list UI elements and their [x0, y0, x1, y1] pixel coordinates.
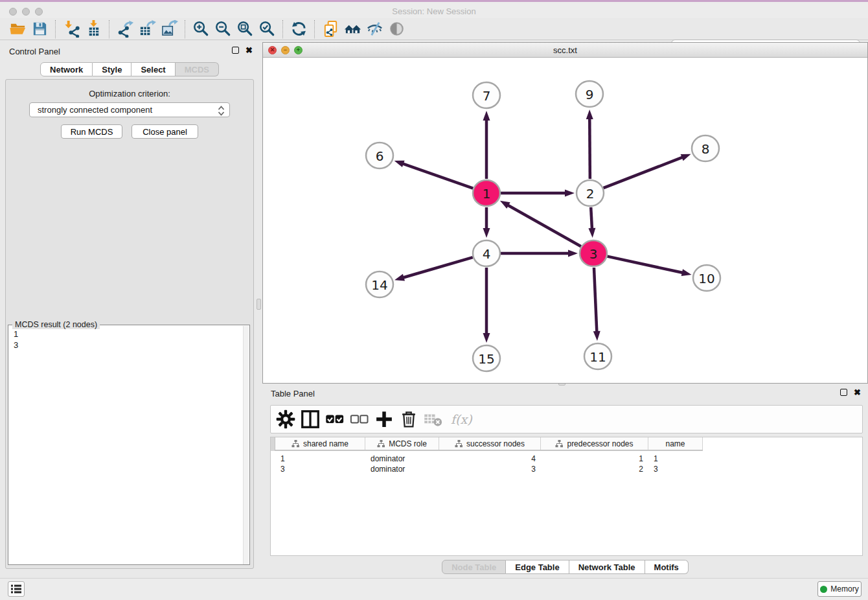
- table-row-gutter: [271, 437, 275, 451]
- tab-node-table[interactable]: Node Table: [442, 560, 506, 574]
- table-cell: 4: [439, 454, 541, 464]
- column-header-successor-nodes[interactable]: successor nodes: [439, 437, 541, 450]
- column-header-predecessor-nodes[interactable]: predecessor nodes: [541, 437, 648, 450]
- zoom-fit-icon[interactable]: [234, 19, 256, 39]
- show-icon[interactable]: [385, 19, 407, 39]
- column-header-label: shared name: [303, 439, 348, 448]
- zoom-selected-icon[interactable]: [256, 19, 278, 39]
- graph-edge-2-8[interactable]: [604, 157, 685, 188]
- main-toolbar: [0, 18, 868, 40]
- graph-edge-arrow: [593, 331, 600, 341]
- column-header-mcds-role[interactable]: MCDS role: [365, 437, 439, 450]
- graph-edge-arrow: [483, 111, 490, 121]
- home-icon[interactable]: [341, 19, 363, 39]
- task-history-button[interactable]: [8, 581, 25, 597]
- control-panel-title: Control Panel: [9, 47, 60, 56]
- column-header-label: predecessor nodes: [567, 439, 633, 448]
- graph-edge-arrow: [586, 110, 593, 119]
- hierarchy-icon: [291, 440, 300, 448]
- network-window-title: scc.txt: [263, 45, 867, 55]
- graph-edge-3-10[interactable]: [607, 257, 684, 273]
- export-network-icon[interactable]: [114, 19, 136, 39]
- network-window-titlebar[interactable]: ✕ − + scc.txt: [263, 43, 867, 58]
- graph-edge-arrow: [568, 250, 578, 257]
- tab-edge-table[interactable]: Edge Table: [506, 560, 569, 574]
- column-header-shared-name[interactable]: shared name: [275, 437, 365, 450]
- graph-node-label: 11: [589, 349, 606, 365]
- graph-edge-2-3[interactable]: [591, 207, 592, 231]
- run-mcds-button[interactable]: Run MCDS: [61, 124, 122, 139]
- vertical-splitter-grip[interactable]: [257, 299, 261, 310]
- export-table-icon[interactable]: [136, 19, 158, 39]
- graph-edge-4-14[interactable]: [402, 257, 473, 278]
- import-network-icon[interactable]: [60, 19, 82, 39]
- gear-icon[interactable]: [276, 410, 295, 429]
- optimization-criterion-label: Optimization criterion:: [0, 89, 259, 98]
- graph-edge-2-9[interactable]: [589, 117, 590, 179]
- table-cell: 1: [541, 454, 648, 464]
- add-icon[interactable]: [374, 410, 394, 429]
- close-table-panel-icon[interactable]: ✖: [854, 389, 861, 396]
- refresh-icon[interactable]: [288, 19, 310, 39]
- network-canvas[interactable]: 7968124314101511: [263, 58, 867, 383]
- graph-node-label: 1: [483, 186, 491, 202]
- hierarchy-icon: [555, 440, 564, 448]
- select-all-icon[interactable]: [325, 410, 345, 429]
- hide-icon[interactable]: [363, 19, 385, 39]
- close-panel-icon[interactable]: ✖: [246, 47, 253, 54]
- mcds-result-box: MCDS result (2 nodes) 1 3: [8, 325, 250, 565]
- tab-network[interactable]: Network: [40, 62, 93, 76]
- graph-node-label: 3: [589, 246, 598, 262]
- memory-button[interactable]: Memory: [817, 581, 862, 597]
- tab-motifs[interactable]: Motifs: [645, 560, 689, 574]
- delete-icon[interactable]: [399, 410, 418, 429]
- main-titlebar[interactable]: Session: New Session: [0, 2, 868, 18]
- graph-node-label: 2: [586, 186, 595, 202]
- columns-icon[interactable]: [301, 410, 320, 429]
- graph-edge-3-11[interactable]: [594, 268, 597, 334]
- tab-style[interactable]: Style: [93, 62, 131, 76]
- tab-network-table[interactable]: Network Table: [569, 560, 645, 574]
- toolbar-separator: [109, 20, 109, 38]
- save-icon[interactable]: [29, 19, 51, 39]
- toolbar-separator: [314, 20, 315, 38]
- graph-node-label: 8: [702, 141, 710, 157]
- float-panel-icon[interactable]: [232, 47, 239, 54]
- table-toolbar: f(x): [270, 405, 863, 433]
- mcds-result-text[interactable]: 1 3: [8, 326, 243, 564]
- table-header-row: shared nameMCDS rolesuccessor nodesprede…: [275, 437, 703, 451]
- table-panel-tabbar: Node TableEdge TableNetwork TableMotifs: [442, 560, 689, 574]
- table-row[interactable]: 3dominator323: [275, 464, 703, 474]
- duplicate-network-icon[interactable]: [319, 19, 341, 39]
- column-header-label: successor nodes: [466, 439, 525, 448]
- toolbar-separator: [185, 20, 185, 38]
- graph-node-label: 7: [483, 88, 491, 104]
- table-cell: 3: [439, 464, 541, 474]
- column-header-name[interactable]: name: [648, 437, 703, 450]
- export-image-icon[interactable]: [158, 19, 180, 39]
- graph-edge-3-1[interactable]: [506, 204, 580, 246]
- graph-node-label: 4: [483, 246, 491, 262]
- zoom-out-icon[interactable]: [212, 19, 234, 39]
- graph-edge-arrow: [681, 269, 692, 276]
- graph-edge-arrow: [483, 333, 490, 343]
- open-folder-icon[interactable]: [6, 19, 29, 39]
- float-table-panel-icon[interactable]: [840, 389, 847, 396]
- table-cell: 1: [275, 454, 365, 464]
- function-icon: f(x): [448, 412, 472, 426]
- tab-mcds[interactable]: MCDS: [176, 62, 219, 76]
- import-table-icon[interactable]: [82, 19, 104, 39]
- zoom-in-icon[interactable]: [190, 19, 212, 39]
- graph-edge-arrow: [394, 274, 405, 281]
- table-cell: 3: [275, 464, 365, 474]
- tab-select[interactable]: Select: [131, 62, 175, 76]
- deselect-all-icon[interactable]: [350, 410, 369, 429]
- memory-label: Memory: [830, 584, 858, 594]
- criterion-select[interactable]: strongly connected component: [29, 102, 230, 117]
- graph-edge-1-6[interactable]: [401, 163, 473, 189]
- table-cell: dominator: [365, 464, 439, 474]
- mcds-result-scrollbar[interactable]: [243, 326, 249, 564]
- table-panel-title: Table Panel: [271, 389, 315, 398]
- close-panel-button[interactable]: Close panel: [131, 124, 198, 139]
- table-row[interactable]: 1dominator411: [275, 454, 703, 464]
